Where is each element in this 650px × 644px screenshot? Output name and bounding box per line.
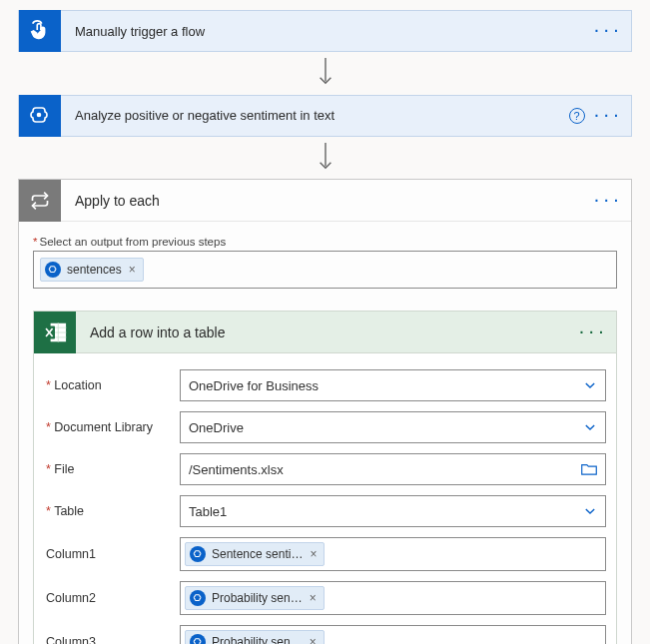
file-label: File — [44, 462, 180, 476]
location-label: Location — [44, 378, 180, 392]
chevron-down-icon — [583, 504, 597, 518]
step-analyze-sentiment[interactable]: Analyze positive or negative sentiment i… — [18, 95, 632, 137]
doclib-select[interactable]: OneDrive — [180, 411, 606, 443]
loop-icon — [19, 180, 61, 222]
svg-point-1 — [38, 113, 41, 116]
ai-token-icon — [190, 546, 206, 562]
step-title: Add a row into a table — [76, 324, 580, 340]
step-title: Apply to each — [61, 193, 595, 209]
add-row-header[interactable]: Add a row into a table · · · — [34, 312, 616, 353]
ai-token-icon — [190, 634, 206, 644]
step-title: Analyze positive or negative sentiment i… — [61, 108, 569, 123]
column3-label: Column3 — [44, 635, 180, 644]
token-probability-1: Probability sen… × — [185, 586, 325, 610]
column3-input[interactable]: Probability sen… × — [180, 625, 606, 644]
ai-icon — [19, 95, 61, 137]
token-sentence-sentiment: Sentence senti… × — [185, 542, 325, 566]
more-icon[interactable]: · · · — [595, 193, 619, 209]
output-token-input[interactable]: sentences × — [33, 251, 617, 289]
step-title: Manually trigger a flow — [61, 24, 595, 39]
more-icon[interactable]: · · · — [595, 23, 619, 39]
table-select[interactable]: Table1 — [180, 495, 606, 527]
token-sentences: sentences × — [40, 258, 144, 282]
chevron-down-icon — [583, 420, 597, 434]
column1-input[interactable]: Sentence senti… × — [180, 537, 606, 571]
column2-input[interactable]: Probability sen… × — [180, 581, 606, 615]
step-add-row-into-table: Add a row into a table · · · Location On… — [33, 311, 617, 644]
connector-arrow — [18, 58, 632, 89]
more-icon[interactable]: · · · — [595, 108, 619, 124]
help-icon[interactable]: ? — [569, 108, 585, 124]
folder-icon[interactable] — [581, 462, 597, 476]
connector-arrow — [18, 143, 632, 174]
file-picker[interactable]: /Sentiments.xlsx — [180, 453, 606, 485]
step-apply-to-each: Apply to each · · · Select an output fro… — [18, 179, 632, 644]
output-label: Select an output from previous steps — [33, 236, 617, 248]
column2-label: Column2 — [44, 591, 180, 605]
step-manual-trigger[interactable]: Manually trigger a flow · · · — [18, 10, 632, 52]
column1-label: Column1 — [44, 547, 180, 561]
tap-icon — [19, 10, 61, 52]
token-remove[interactable]: × — [124, 263, 143, 277]
excel-icon — [34, 312, 76, 353]
more-icon[interactable]: · · · — [580, 324, 604, 340]
table-label: Table — [44, 504, 180, 518]
token-remove[interactable]: × — [305, 635, 324, 644]
doclib-label: Document Library — [44, 420, 180, 434]
token-remove[interactable]: × — [305, 591, 324, 605]
location-select[interactable]: OneDrive for Business — [180, 369, 606, 401]
chevron-down-icon — [583, 378, 597, 392]
ai-token-icon — [190, 590, 206, 606]
apply-to-each-header[interactable]: Apply to each · · · — [19, 180, 631, 222]
token-probability-2: Probability sen… × — [185, 630, 325, 644]
token-remove[interactable]: × — [305, 547, 324, 561]
ai-token-icon — [45, 262, 61, 278]
